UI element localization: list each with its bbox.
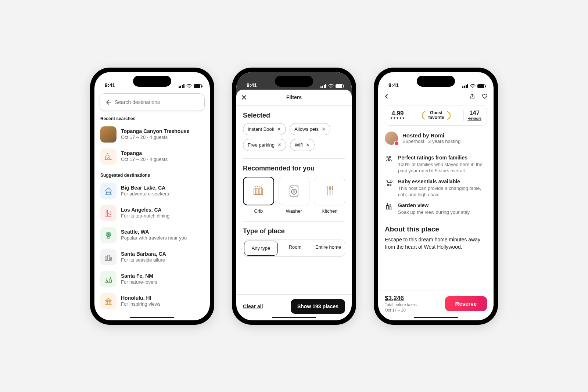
svg-point-10 <box>329 186 331 190</box>
feature-row: Garden viewSoak up the view during your … <box>385 202 487 216</box>
recent-title: Topanga <box>121 150 168 157</box>
listing-thumb <box>100 126 116 143</box>
status-time: 9:41 <box>247 82 257 88</box>
phone-filters: 9:41 Filters Selected Instant Book✕ <box>232 68 356 325</box>
suggested-title: Honolulu, HI <box>121 295 161 302</box>
status-time: 9:41 <box>105 82 115 88</box>
svg-point-5 <box>261 187 262 188</box>
host-sub: Superhost · 3 years hosting <box>402 139 460 144</box>
remove-icon[interactable]: ✕ <box>322 126 326 132</box>
rating-value: 4.99 <box>391 110 404 117</box>
type-segmented: Any type Room Entire home <box>243 240 345 257</box>
wifi-icon <box>470 84 476 88</box>
recent-sub: Oct 17 – 20 · 4 guests <box>121 134 189 140</box>
filter-chip[interactable]: Allows pets✕ <box>290 123 330 135</box>
rec-filter-washer[interactable]: Washer <box>279 177 310 214</box>
reserve-button[interactable]: Reserve <box>445 296 487 311</box>
ratings-card[interactable]: 4.99 ★★★★★ Guestfavorite 147 Reviews <box>385 105 487 126</box>
recent-search-item[interactable]: Topanga Canyon Treehouse Oct 17 – 20 · 4… <box>94 123 210 145</box>
feature-sub: Soak up the view during your stay. <box>398 209 471 216</box>
cellular-icon <box>179 84 185 88</box>
remove-icon[interactable]: ✕ <box>306 142 310 148</box>
type-option-room[interactable]: Room <box>279 240 312 256</box>
feature-sub: This host can provide a changing table, … <box>398 185 487 198</box>
host-title: Hosted by Romi <box>402 132 460 139</box>
suggested-sub: For its top-notch dining <box>121 213 169 219</box>
kitchen-icon <box>314 177 345 205</box>
status-time: 9:41 <box>388 82 399 88</box>
superhost-badge-icon <box>394 141 399 146</box>
svg-point-0 <box>189 87 189 88</box>
suggested-title: Seattle, WA <box>121 229 187 235</box>
price-dates: Oct 17 – 20 <box>385 308 417 313</box>
suggested-item[interactable]: Santa Barbara, CAFor its seaside allure <box>94 246 210 268</box>
chip-label: Wifi <box>295 142 303 148</box>
suggested-item[interactable]: Seattle, WAPopular with travelers near y… <box>94 224 210 246</box>
back-icon[interactable] <box>384 94 389 99</box>
suggested-item[interactable]: Los Angeles, CAFor its top-notch dining <box>94 202 210 224</box>
chip-label: Instant Book <box>248 126 274 132</box>
rating-stars: ★★★★★ <box>390 117 405 120</box>
suggested-sub: For nature-lovers <box>121 279 157 285</box>
guest-favorite-badge: Guestfavorite <box>413 111 460 120</box>
suggested-title: Santa Fe, NM <box>121 273 157 280</box>
suggested-sub: Popular with travelers near you <box>121 235 187 241</box>
about-body: Escape to this dream home minutes away f… <box>385 236 487 251</box>
feature-title: Perfect ratings from families <box>398 155 487 161</box>
close-icon[interactable] <box>241 95 247 100</box>
wifi-icon <box>186 84 192 88</box>
type-option-any[interactable]: Any type <box>244 241 277 255</box>
cellular-icon <box>462 84 469 88</box>
suggested-title: Big Bear Lake, CA <box>121 185 169 191</box>
battery-icon <box>194 84 202 88</box>
filters-sheet: Filters Selected Instant Book✕ Allows pe… <box>236 90 352 320</box>
skyline-icon <box>100 249 116 265</box>
host-avatar <box>385 132 398 145</box>
chip-label: Allows pets <box>294 126 319 132</box>
type-option-entire[interactable]: Entire home <box>312 240 345 256</box>
crib-icon <box>243 177 274 205</box>
battery-icon <box>477 84 485 88</box>
svg-point-4 <box>259 186 261 187</box>
selected-chips: Instant Book✕ Allows pets✕ Free parking✕… <box>243 123 345 151</box>
family-icon <box>385 155 393 174</box>
remove-icon[interactable]: ✕ <box>277 126 281 132</box>
feature-row: Perfect ratings from families100% of fam… <box>385 155 487 174</box>
show-results-button[interactable]: Show 193 places <box>291 299 345 314</box>
heart-icon[interactable] <box>482 93 488 99</box>
reviews-count: 147 <box>469 110 480 117</box>
filter-chip[interactable]: Wifi✕ <box>290 139 315 151</box>
reviews-link[interactable]: 147 Reviews <box>467 110 481 121</box>
feature-title: Garden view <box>398 202 471 208</box>
cabin-icon <box>100 183 116 199</box>
rec-filter-kitchen[interactable]: Kitchen <box>314 177 345 214</box>
recent-search-item[interactable]: Topanga Oct 17 – 20 · 4 guests <box>94 145 210 168</box>
garden-icon <box>385 202 393 216</box>
suggested-title: Los Angeles, CA <box>121 207 169 213</box>
svg-point-2 <box>330 87 331 88</box>
filter-chip[interactable]: Free parking✕ <box>243 139 286 151</box>
suggested-item[interactable]: Big Bear Lake, CAFor adventure-seekers <box>94 180 210 202</box>
host-row[interactable]: Hosted by Romi Superhost · 3 years hosti… <box>385 132 487 145</box>
slide-icon <box>100 205 116 221</box>
filter-chip[interactable]: Instant Book✕ <box>243 123 286 135</box>
suggested-item[interactable]: Honolulu, HIFor inspiring views <box>94 290 210 312</box>
clear-all-button[interactable]: Clear all <box>243 303 263 309</box>
phone-listing: 9:41 <box>374 68 498 325</box>
price-sub: Total before taxes <box>385 302 417 308</box>
price-amount[interactable]: $3,246 <box>385 295 417 302</box>
back-arrow-icon[interactable] <box>105 99 111 105</box>
cellular-icon <box>320 84 327 88</box>
recommended-header: Recommended for you <box>243 165 345 172</box>
remove-icon[interactable]: ✕ <box>277 142 282 148</box>
share-icon[interactable] <box>469 93 475 99</box>
suggested-title: Santa Barbara, CA <box>121 251 166 258</box>
type-header: Type of place <box>243 227 345 235</box>
search-input[interactable]: Search destinations <box>100 93 205 111</box>
home-indicator <box>414 317 458 318</box>
home-indicator <box>272 317 316 318</box>
svg-point-15 <box>387 184 389 186</box>
rating-value-col: 4.99 ★★★★★ <box>390 110 405 120</box>
rec-filter-crib[interactable]: Crib <box>243 177 274 214</box>
suggested-item[interactable]: Santa Fe, NMFor nature-lovers <box>94 268 210 290</box>
